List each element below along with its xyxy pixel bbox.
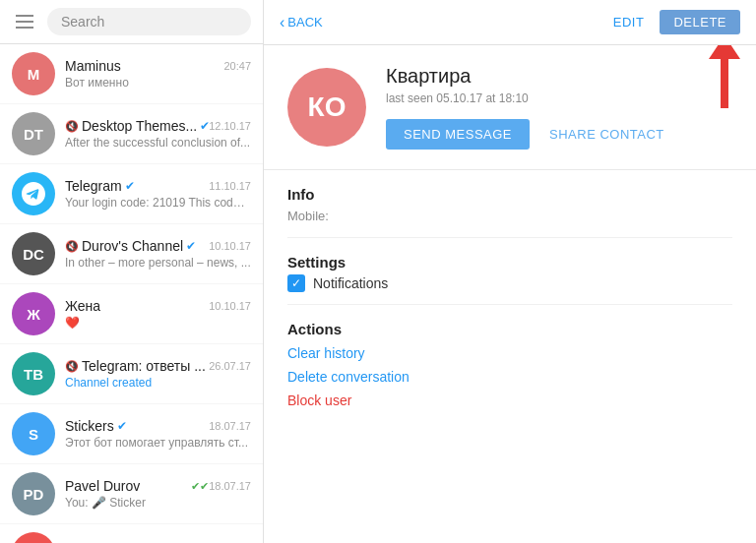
verified-icon: ✔	[186, 239, 196, 253]
notifications-checkbox[interactable]: ✓	[287, 274, 305, 292]
chat-item-durovs-channel[interactable]: DC 🔇Durov's Channel✔ 10.10.17 In other –…	[0, 224, 263, 284]
hamburger-menu[interactable]	[12, 11, 37, 32]
profile-name: Квартира	[386, 65, 732, 88]
chat-info-telegram-otvety: 🔇Telegram: ответы ... 26.07.17 Channel c…	[65, 358, 251, 390]
divider-2	[287, 304, 732, 305]
arrow-head	[709, 45, 740, 59]
chat-name-telegram: Telegram✔	[65, 178, 135, 194]
chat-name-stickers: Stickers✔	[65, 418, 127, 434]
checkbox-check-icon: ✓	[291, 276, 301, 290]
avatar-pavel-durov: PD	[12, 472, 55, 515]
avatar-maminus: M	[12, 52, 55, 95]
mute-icon: 🔇	[65, 360, 79, 373]
info-sections: Info Mobile: Settings ✓ Notifications Ac…	[264, 170, 756, 428]
chat-item-telegram[interactable]: Telegram✔ 11.10.17 Your login code: 2101…	[0, 164, 263, 224]
detail-header: ‹ BACK EDIT DELETE	[264, 0, 756, 45]
share-contact-button[interactable]: SHARE CONTACT	[545, 119, 668, 150]
chat-top-durovs-channel: 🔇Durov's Channel✔ 10.10.17	[65, 238, 251, 254]
chat-time-zhena: 10.10.17	[209, 300, 251, 312]
sidebar-header: Search	[0, 0, 263, 44]
back-arrow-icon: ‹	[280, 14, 284, 31]
avatar-desktop-themes: DT	[12, 112, 55, 155]
chat-time-telegram-otvety: 26.07.17	[209, 360, 251, 372]
detail-panel: ‹ BACK EDIT DELETE КО Квартира last seen…	[264, 0, 756, 543]
chat-info-zhena: Жена 10.10.17 ❤️	[65, 298, 251, 330]
chat-preview-telegram-otvety: Channel created	[65, 376, 251, 390]
double-check-icon: ✔✔	[191, 480, 209, 492]
chat-item-stickers[interactable]: S Stickers✔ 18.07.17 Этот бот помогает у…	[0, 404, 263, 464]
chat-info-durovs-channel: 🔇Durov's Channel✔ 10.10.17 In other – mo…	[65, 238, 251, 270]
chat-name-desktop-themes: 🔇Desktop Themes...✔	[65, 118, 209, 134]
avatar-ukrainian: U	[12, 532, 55, 543]
chat-list: M Maminus 20:47 Вот именно DT 🔇Desktop T…	[0, 44, 263, 543]
chat-info-pavel-durov: Pavel Durov ✔✔18.07.17 You: 🎤 Sticker	[65, 478, 251, 510]
chat-time-stickers: 18.07.17	[209, 420, 251, 432]
chat-preview-telegram: Your login code: 21019 This code ...	[65, 196, 251, 210]
chat-preview-stickers: Этот бот помогает управлять ст...	[65, 436, 251, 450]
chat-info-telegram: Telegram✔ 11.10.17 Your login code: 2101…	[65, 178, 251, 210]
actions-section-title: Actions	[287, 321, 732, 337]
avatar-zhena: Ж	[12, 292, 55, 335]
chat-preview-desktop-themes: After the successful conclusion of...	[65, 136, 251, 150]
verified-icon: ✔	[125, 179, 135, 193]
chat-top-pavel-durov: Pavel Durov ✔✔18.07.17	[65, 478, 251, 494]
mute-icon: 🔇	[65, 120, 79, 133]
chat-top-desktop-themes: 🔇Desktop Themes...✔ 12.10.17	[65, 118, 251, 134]
delete-conversation-link[interactable]: Delete conversation	[287, 365, 732, 389]
chat-item-telegram-otvety[interactable]: ТВ 🔇Telegram: ответы ... 26.07.17 Channe…	[0, 344, 263, 404]
delete-button[interactable]: DELETE	[660, 10, 740, 34]
profile-section: КО Квартира last seen 05.10.17 at 18:10 …	[264, 45, 756, 170]
profile-status: last seen 05.10.17 at 18:10	[386, 91, 732, 105]
chat-preview-durovs-channel: In other – more personal – news, ...	[65, 256, 251, 270]
chat-top-telegram: Telegram✔ 11.10.17	[65, 178, 251, 194]
chat-item-ukrainian[interactable]: U Ukrainian	[0, 524, 263, 543]
mobile-label: Mobile:	[287, 209, 329, 223]
chat-time-maminus: 20:47	[223, 60, 251, 72]
info-section-title: Info	[287, 186, 732, 203]
chat-info-maminus: Maminus 20:47 Вот именно	[65, 58, 251, 90]
back-label: BACK	[287, 15, 322, 30]
chat-item-zhena[interactable]: Ж Жена 10.10.17 ❤️	[0, 284, 263, 344]
chat-name-telegram-otvety: 🔇Telegram: ответы ...	[65, 358, 206, 374]
avatar-stickers: S	[12, 412, 55, 455]
notifications-label: Notifications	[313, 275, 388, 291]
chat-time-desktop-themes: 12.10.17	[209, 120, 251, 132]
back-button[interactable]: ‹ BACK	[280, 14, 323, 31]
chat-time-durovs-channel: 10.10.17	[209, 240, 251, 252]
arrow-body	[721, 59, 728, 108]
chat-item-pavel-durov[interactable]: PD Pavel Durov ✔✔18.07.17 You: 🎤 Sticker	[0, 464, 263, 524]
avatar-durovs-channel: DC	[12, 232, 55, 275]
detail-content: КО Квартира last seen 05.10.17 at 18:10 …	[264, 45, 756, 543]
chat-item-maminus[interactable]: M Maminus 20:47 Вот именно	[0, 44, 263, 104]
profile-avatar: КО	[287, 68, 366, 147]
chat-info-desktop-themes: 🔇Desktop Themes...✔ 12.10.17 After the s…	[65, 118, 251, 150]
chat-time-pavel-durov: ✔✔18.07.17	[191, 480, 251, 493]
mute-icon: 🔇	[65, 240, 79, 253]
red-arrow-indicator	[709, 45, 740, 108]
notifications-row: ✓ Notifications	[287, 274, 732, 292]
clear-history-link[interactable]: Clear history	[287, 341, 732, 365]
edit-button[interactable]: EDIT	[613, 15, 645, 30]
profile-buttons: SEND MESSAGE SHARE CONTACT	[386, 119, 732, 150]
chat-top-telegram-otvety: 🔇Telegram: ответы ... 26.07.17	[65, 358, 251, 374]
chat-item-desktop-themes[interactable]: DT 🔇Desktop Themes...✔ 12.10.17 After th…	[0, 104, 263, 164]
profile-info: Квартира last seen 05.10.17 at 18:10 SEN…	[386, 65, 732, 150]
chat-info-stickers: Stickers✔ 18.07.17 Этот бот помогает упр…	[65, 418, 251, 450]
block-user-link[interactable]: Block user	[287, 389, 732, 412]
chat-name-zhena: Жена	[65, 298, 100, 314]
chat-preview-zhena: ❤️	[65, 316, 251, 330]
chat-preview-pavel-durov: You: 🎤 Sticker	[65, 496, 251, 510]
chat-name-durovs-channel: 🔇Durov's Channel✔	[65, 238, 196, 254]
verified-icon: ✔	[200, 119, 209, 133]
sidebar: Search M Maminus 20:47 Вот именно DT 🔇De…	[0, 0, 264, 543]
chat-name-maminus: Maminus	[65, 58, 121, 74]
chat-top-zhena: Жена 10.10.17	[65, 298, 251, 314]
chat-preview-maminus: Вот именно	[65, 76, 251, 90]
avatar-telegram-otvety: ТВ	[12, 352, 55, 395]
chat-top-stickers: Stickers✔ 18.07.17	[65, 418, 251, 434]
verified-icon: ✔	[117, 419, 127, 433]
search-input[interactable]: Search	[47, 8, 251, 35]
chat-name-pavel-durov: Pavel Durov	[65, 478, 140, 494]
header-actions: EDIT DELETE	[613, 10, 740, 34]
send-message-button[interactable]: SEND MESSAGE	[386, 119, 530, 150]
